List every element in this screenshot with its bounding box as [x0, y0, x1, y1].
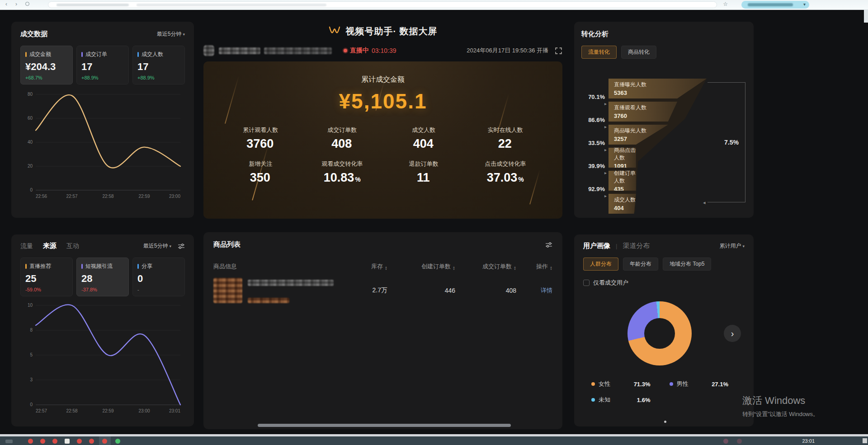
- svg-text:22:59: 22:59: [138, 194, 150, 199]
- stat-online-now: 实时在线人数22: [465, 126, 547, 151]
- browser-extension-button[interactable]: ▾: [741, 1, 809, 9]
- metric-change: +68.7%: [25, 75, 68, 80]
- funnel-step-label: 直播曝光人数: [614, 81, 707, 89]
- legend-value: 1.6%: [637, 397, 670, 403]
- detail-link[interactable]: 详情: [516, 286, 552, 295]
- carousel-page-dot[interactable]: [664, 421, 666, 423]
- tab-traffic[interactable]: 流量: [20, 242, 33, 250]
- panel-title: 成交数据: [20, 30, 47, 38]
- show-desktop-button[interactable]: [863, 438, 867, 443]
- tab-product-conversion[interactable]: 商品转化: [621, 46, 656, 59]
- fullscreen-icon[interactable]: [555, 47, 562, 55]
- taskbar-app-icon[interactable]: [52, 439, 57, 444]
- start-button[interactable]: [5, 440, 13, 443]
- dashboard-header: 视频号助手· 数据大屏: [203, 23, 562, 39]
- user-scope-dropdown[interactable]: 累计用户▾: [719, 242, 745, 250]
- tab-user-profile[interactable]: 用户画像: [583, 242, 610, 250]
- filter-sliders-icon[interactable]: [178, 243, 185, 249]
- funnel-rows: 直播曝光人数5363直播观看人数3760商品曝光人数3257商品点击人数1091…: [609, 79, 707, 217]
- taskbar-app-icon[interactable]: [65, 439, 70, 444]
- funnel-step-label: 商品点击人数: [614, 146, 636, 162]
- funnel-bar: 成交人数404: [609, 194, 636, 214]
- source-trend-chart: 10853022:5722:5822:5923:0023:01: [20, 300, 185, 417]
- metric-card-share[interactable]: 分享 0 -: [132, 258, 185, 296]
- browser-toolbar: ‹ › ☆ ▾: [0, 0, 868, 10]
- legend-item[interactable]: 女性71.3%: [591, 380, 670, 388]
- taskbar-app-icon[interactable]: [89, 439, 94, 444]
- chevron-down-icon: ▾: [169, 244, 171, 248]
- tab-traffic-conversion[interactable]: 流量转化: [581, 46, 617, 59]
- svg-text:22:56: 22:56: [36, 194, 47, 199]
- time-range-dropdown[interactable]: 最近5分钟▾: [157, 30, 185, 38]
- legend-item[interactable]: 未知1.6%: [591, 396, 670, 404]
- funnel-step-label: 创建订单人数: [614, 169, 636, 185]
- funnel-step-rate: 92.9%▸: [588, 185, 605, 198]
- cell-completed-orders: 408: [455, 287, 516, 294]
- funnel-step: 直播观看人数3760: [609, 102, 707, 122]
- taskbar-app-icon[interactable]: [115, 439, 120, 444]
- metric-card-short-video[interactable]: 短视频引流 28 -37.8%: [76, 258, 129, 296]
- streamer-name-blur: [264, 47, 332, 54]
- legend-dot: [591, 398, 595, 402]
- metric-card-orders[interactable]: 成交订单 17 +88.9%: [76, 46, 129, 84]
- svg-text:22:57: 22:57: [66, 194, 77, 199]
- legend-item[interactable]: 男性27.1%: [670, 380, 748, 388]
- column-product-info: 商品信息: [213, 262, 338, 271]
- time-range-dropdown[interactable]: 最近5分钟▾: [143, 242, 171, 250]
- taskbar-app-icon[interactable]: [40, 439, 45, 444]
- funnel-step-rate: 86.6%▸: [588, 116, 605, 129]
- subtab-crowd-distribution[interactable]: 人群分布: [583, 258, 618, 271]
- funnel-step: 创建订单人数435: [609, 171, 707, 191]
- refresh-icon[interactable]: [25, 2, 29, 6]
- carousel-next-button[interactable]: ›: [724, 325, 741, 342]
- taskbar-app-icon: [102, 439, 107, 444]
- tab-source[interactable]: 来源: [43, 242, 57, 250]
- chevron-down-icon: ▾: [742, 244, 745, 248]
- column-actions[interactable]: 操作▲▼: [516, 262, 552, 271]
- tray-icon[interactable]: [723, 439, 728, 444]
- column-completed-orders[interactable]: 成交订单数▲▼: [455, 262, 516, 271]
- funnel-step-rate: 39.9%▸: [588, 162, 605, 175]
- horizontal-scrollbar-thumb[interactable]: [258, 424, 511, 427]
- tab-channel-distribution[interactable]: 渠道分布: [623, 242, 650, 250]
- svg-text:23:00: 23:00: [169, 194, 180, 199]
- address-bar[interactable]: [48, 1, 717, 8]
- column-created-orders[interactable]: 创建订单数▲▼: [387, 262, 455, 271]
- step-arrow-icon: ▸: [588, 147, 607, 152]
- browser-scrollbar[interactable]: [864, 10, 868, 23]
- tray-icon[interactable]: [737, 439, 742, 444]
- stat-refund-orders: 退款订单数11: [383, 160, 465, 185]
- funnel-step: 直播曝光人数5363: [609, 79, 707, 98]
- taskbar-active-app-tile[interactable]: [99, 436, 111, 445]
- windows-activation-watermark: 激活 Windows 转到“设置”以激活 Windows。: [742, 394, 819, 418]
- metric-value: 28: [81, 273, 124, 285]
- bookmark-star-icon[interactable]: ☆: [723, 1, 728, 7]
- metric-card-buyers[interactable]: 成交人数 17 +88.9%: [132, 46, 185, 84]
- taskbar-app-icon[interactable]: [77, 439, 82, 444]
- checkbox-label: 仅看成交用户: [593, 279, 628, 287]
- svg-text:20: 20: [28, 164, 33, 169]
- windows-taskbar: 23:01: [0, 436, 868, 445]
- subtab-age-distribution[interactable]: 年龄分布: [623, 258, 658, 271]
- paid-users-only-checkbox[interactable]: [583, 280, 590, 286]
- streamer-name-blur: [219, 47, 260, 54]
- subtab-region-top5[interactable]: 地域分布 Top5: [663, 258, 711, 271]
- tab-interaction[interactable]: 互动: [66, 242, 79, 250]
- step-arrow-icon: ▸: [588, 193, 607, 198]
- user-profile-panel: 用户画像 | 渠道分布 累计用户▾ 人群分布 年龄分布 地域分布 Top5 仅看…: [574, 234, 754, 426]
- column-stock[interactable]: 库存▲▼: [338, 262, 387, 271]
- svg-text:8: 8: [30, 328, 33, 333]
- live-info-row: 直播中 03:10:39 2024年06月17日 19:50:36 开播: [203, 44, 562, 57]
- filter-sliders-icon[interactable]: [545, 242, 552, 248]
- taskbar-app-icon[interactable]: [28, 439, 33, 444]
- product-price-blur: [248, 298, 289, 303]
- stat-total-viewers: 累计观看人数3760: [220, 126, 302, 151]
- back-icon[interactable]: ‹: [5, 1, 7, 7]
- metric-card-live-recommend[interactable]: 直播推荐 25 -59.0%: [20, 258, 73, 296]
- sort-icon: ▲▼: [550, 266, 552, 271]
- forward-icon[interactable]: ›: [15, 1, 17, 7]
- metric-change: -37.8%: [81, 287, 124, 292]
- funnel-step-rates: 70.1%▸86.6%▸33.5%▸39.9%▸92.9%▸: [581, 79, 607, 212]
- metric-value: ¥204.3: [25, 61, 68, 73]
- metric-card-amount[interactable]: 成交金额 ¥204.3 +68.7%: [20, 46, 73, 84]
